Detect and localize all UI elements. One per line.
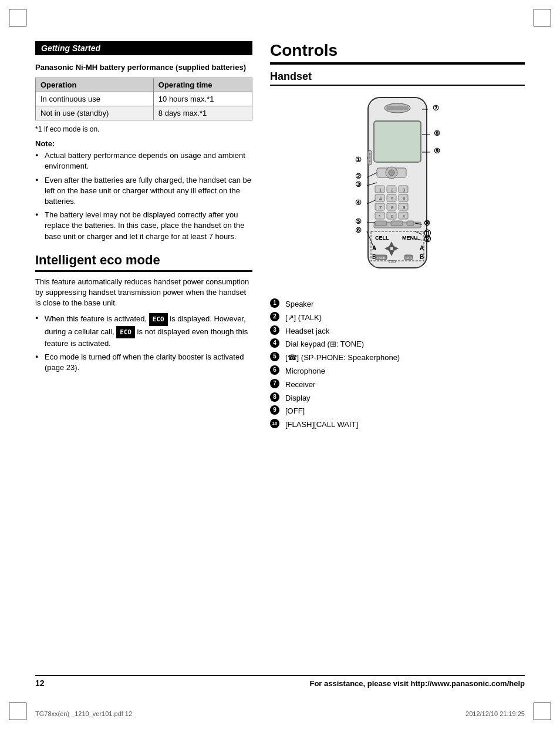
svg-text:6: 6 [403, 196, 406, 201]
part-label-4: Dial keypad (⊞: TONE) [285, 338, 364, 351]
two-column-layout: Getting Started Panasonic Ni-MH battery … [35, 41, 525, 432]
part-label-5: [☎] (SP-PHONE: Speakerphone) [285, 352, 400, 364]
part-item: 6 Microphone [270, 365, 525, 378]
battery-notes-list: Actual battery performance depends on us… [35, 150, 252, 242]
svg-text:②: ② [355, 172, 362, 180]
part-item: 4 Dial keypad (⊞: TONE) [270, 338, 525, 351]
svg-text:A: A [372, 245, 376, 251]
section-header: Getting Started [35, 41, 252, 55]
handset-diagram: ⑦ ⑧ ⑨ [270, 92, 525, 291]
part-label-9: [OFF] [285, 405, 305, 418]
part-num-4: 4 [270, 338, 279, 348]
svg-text:⑨: ⑨ [434, 147, 440, 155]
part-item: 8 Display [270, 392, 525, 405]
svg-text:CELL: CELL [375, 235, 389, 241]
svg-rect-48 [407, 221, 414, 226]
table-header-time: Operating time [153, 78, 252, 92]
footer-meta: TG78xx(en) _1210_ver101.pdf 12 2012/12/1… [35, 710, 525, 717]
part-label-8: Display [285, 392, 311, 405]
svg-text:⑦: ⑦ [433, 104, 439, 112]
page: Getting Started Panasonic Ni-MH battery … [0, 0, 560, 729]
svg-text:CID: CID [389, 260, 396, 264]
table-cell-op1: In continuous use [36, 92, 154, 106]
svg-text:TALK: TALK [377, 256, 386, 260]
part-item: 3 Headset jack [270, 325, 525, 338]
controls-title: Controls [270, 41, 525, 65]
footnote: *1 If eco mode is on. [35, 125, 252, 133]
part-label-6: Microphone [285, 365, 325, 378]
table-cell-time1: 10 hours max.*1 [153, 92, 252, 106]
reg-mark-bl [9, 703, 26, 720]
part-num-7: 7 [270, 379, 279, 388]
part-label-2: [↗] (TALK) [285, 312, 322, 324]
reg-mark-tl [9, 9, 26, 26]
eco-section: Intelligent eco mode This feature automa… [35, 253, 252, 374]
part-item: 1 Speaker [270, 298, 525, 311]
svg-text:MENU: MENU [402, 235, 418, 241]
svg-text:A: A [420, 245, 424, 251]
list-item: Eco mode is turned off when the clarity … [35, 352, 252, 373]
handset-svg: ⑦ ⑧ ⑨ [333, 92, 462, 291]
part-item: 10 [FLASH][CALL WAIT] [270, 419, 525, 431]
svg-text:9: 9 [403, 205, 406, 210]
battery-title: Panasonic Ni-MH battery performance (sup… [35, 62, 252, 73]
svg-text:①: ① [355, 156, 362, 164]
content-area: Getting Started Panasonic Ni-MH battery … [35, 41, 525, 688]
left-column: Getting Started Panasonic Ni-MH battery … [35, 41, 252, 432]
table-row: Not in use (standby) 8 days max.*1 [36, 106, 252, 120]
eco-title: Intelligent eco mode [35, 253, 252, 272]
svg-rect-47 [391, 221, 403, 226]
table-cell-time2: 8 days max.*1 [153, 106, 252, 120]
eco-bullets-list: When this feature is activated, ECO is d… [35, 313, 252, 373]
part-label-7: Receiver [285, 379, 315, 391]
part-item: 9 [OFF] [270, 405, 525, 418]
svg-text:4: 4 [379, 196, 382, 201]
part-num-9: 9 [270, 405, 279, 415]
reg-mark-br [534, 703, 551, 720]
svg-text:⑥: ⑥ [355, 226, 362, 234]
svg-text:④: ④ [355, 199, 362, 207]
reg-mark-tr [534, 9, 551, 26]
part-label-3: Headset jack [285, 325, 329, 338]
part-num-8: 8 [270, 392, 279, 402]
parts-legend: 1 Speaker 2 [↗] (TALK) 3 Headset jack 4 … [270, 298, 525, 431]
eco-description: This feature automatically reduces hands… [35, 277, 252, 309]
table-header-operation: Operation [36, 78, 154, 92]
handset-title: Handset [270, 70, 525, 86]
svg-text:#: # [403, 214, 406, 219]
part-num-3: 3 [270, 325, 279, 335]
list-item: Actual battery performance depends on us… [35, 150, 252, 172]
table-row: In continuous use 10 hours max.*1 [36, 92, 252, 106]
footer-left: TG78xx(en) _1210_ver101.pdf 12 [35, 710, 132, 717]
svg-text:⑧: ⑧ [434, 129, 440, 137]
list-item: Even after the batteries are fully charg… [35, 175, 252, 207]
svg-text:B: B [420, 254, 424, 260]
part-label-10: [FLASH][CALL WAIT] [285, 419, 358, 431]
part-num-5: 5 [270, 352, 279, 361]
svg-text:8: 8 [391, 205, 394, 210]
right-column: Controls Handset [270, 41, 525, 432]
list-item: The battery level may not be displayed c… [35, 210, 252, 242]
svg-text:OFF: OFF [406, 256, 413, 260]
part-item: 7 Receiver [270, 379, 525, 391]
section-header-text: Getting Started [41, 43, 100, 53]
part-item: 5 [☎] (SP-PHONE: Speakerphone) [270, 352, 525, 364]
svg-text:3: 3 [403, 187, 406, 193]
svg-point-14 [389, 170, 394, 176]
svg-text:5: 5 [391, 196, 394, 201]
part-label-1: Speaker [285, 298, 313, 311]
svg-text:③: ③ [355, 180, 362, 189]
table-cell-op2: Not in use (standby) [36, 106, 154, 120]
svg-rect-5 [374, 121, 421, 162]
reg-marks-top [0, 0, 560, 41]
svg-text:⑤: ⑤ [355, 217, 362, 226]
svg-text:⑩: ⑩ [424, 219, 430, 227]
svg-text:2: 2 [391, 187, 394, 193]
reg-marks-bottom [0, 688, 560, 729]
part-num-1: 1 [270, 298, 279, 308]
footer-right: 2012/12/10 21:19:25 [465, 710, 525, 717]
svg-text:⑫: ⑫ [424, 235, 431, 243]
battery-table: Operation Operating time In continuous u… [35, 78, 252, 120]
svg-text:7: 7 [379, 205, 382, 210]
assistance-text: For assistance, please visit http://www.… [309, 679, 525, 688]
